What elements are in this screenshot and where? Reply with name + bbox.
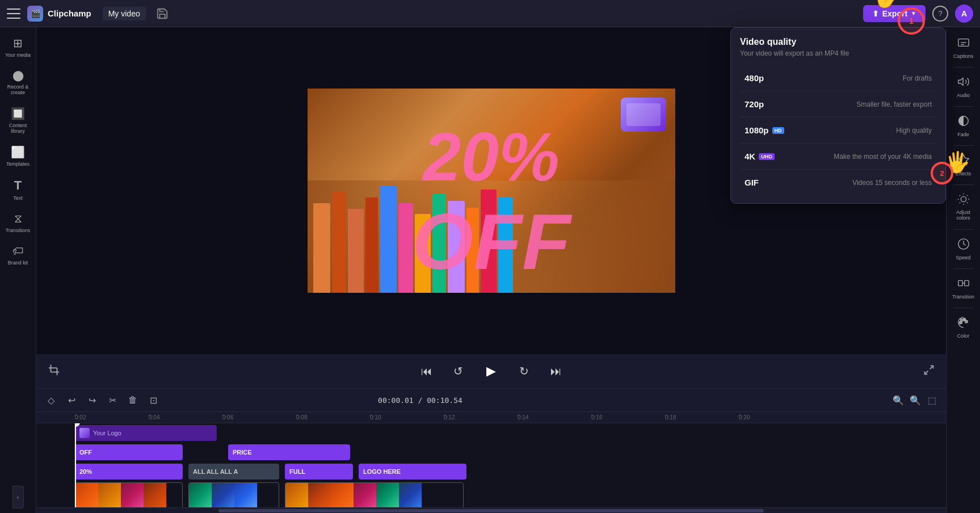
hamburger-menu-icon[interactable]	[7, 7, 20, 20]
effects-label: Effects	[956, 171, 971, 176]
ruler-marks: 0:02 0:04 0:06 0:08 0:10 0:12 0:14 0:16 …	[75, 414, 813, 421]
clip-full[interactable]: FULL	[285, 464, 353, 480]
export-button[interactable]: ⬆ Export ▼	[863, 5, 926, 22]
svg-line-17	[966, 195, 967, 196]
your-media-icon: ⊞	[13, 36, 23, 50]
clip-price[interactable]: PRICE	[228, 444, 350, 460]
scrollbar-thumb[interactable]	[218, 509, 764, 512]
sidebar-item-record-create[interactable]: ⬤ Record &create	[2, 65, 34, 100]
video-clip-2[interactable]	[188, 482, 279, 507]
ruler-mark: 0:16	[591, 414, 665, 421]
svg-point-23	[965, 320, 968, 323]
svg-line-13	[966, 203, 967, 203]
crop-button[interactable]	[48, 364, 60, 379]
sidebar-item-captions[interactable]: Captions	[949, 32, 978, 64]
sidebar-item-color[interactable]: Color	[949, 312, 978, 343]
video-track	[75, 481, 946, 507]
zoom-in-button[interactable]: 🔍	[909, 393, 922, 407]
thumb	[98, 483, 121, 507]
audio-icon	[957, 75, 970, 91]
quality-divider	[740, 91, 936, 91]
app-logo: 🎬 Clipchamp	[27, 6, 91, 22]
preview-logo-box	[621, 98, 666, 132]
avatar[interactable]: A	[955, 5, 973, 23]
fullscreen-button[interactable]	[923, 364, 935, 379]
quality-option-4k[interactable]: 4K UHD Make the most of your 4K media 🖐 …	[740, 145, 936, 168]
timeline-toolbar: ◇ ↩ ↪ ✂ 🗑 ⊡ 00:00.01 / 00:10.54 🔍 🔍 ⬚	[36, 389, 946, 412]
audio-label: Audio	[957, 92, 970, 98]
video-title-input[interactable]: My video	[103, 7, 146, 20]
fit-timeline-button[interactable]: ⬚	[926, 393, 939, 407]
quality-divider-4	[740, 169, 936, 170]
zoom-out-button[interactable]: 🔍	[891, 393, 905, 407]
left-sidebar: ⊞ Your media ⬤ Record &create 🔲 Contentl…	[0, 27, 36, 513]
sidebar-item-content-library[interactable]: 🔲 Contentlibrary	[2, 102, 34, 138]
sidebar-item-templates[interactable]: ⬜ Templates	[2, 141, 34, 171]
hd-badge: HD	[772, 127, 784, 134]
export-icon: ⬆	[872, 9, 879, 18]
fade-label: Fade	[957, 132, 969, 137]
content-library-icon: 🔲	[11, 107, 25, 120]
text-track-2: 20% ALL ALL ALL A FULL LOGO HERE	[75, 462, 946, 481]
timeline-scrollbar[interactable]	[36, 507, 946, 513]
sidebar-item-your-media[interactable]: ⊞ Your media	[2, 32, 34, 62]
playhead[interactable]	[75, 423, 76, 507]
quality-option-1080p[interactable]: 1080p HD High quality	[740, 119, 936, 142]
video-clip-3[interactable]	[285, 482, 464, 507]
undo-button[interactable]: ↩	[64, 392, 79, 408]
svg-line-1	[930, 365, 933, 369]
rewind-button[interactable]: ↺	[448, 361, 469, 381]
clip-logo-here[interactable]: LOGO HERE	[359, 464, 466, 480]
sidebar-item-adjust-colors[interactable]: Adjustcolors	[949, 188, 978, 226]
sidebar-item-fade[interactable]: Fade	[949, 110, 978, 142]
text-track-1: OFF PRICE	[75, 443, 946, 462]
thumb	[234, 483, 257, 507]
help-button[interactable]: ?	[932, 6, 948, 22]
ruler-mark: 0:14	[518, 414, 591, 421]
redo-button[interactable]: ↪	[84, 392, 100, 408]
clip-20pct[interactable]: 20%	[75, 464, 183, 480]
svg-rect-20	[964, 280, 968, 285]
clip-all[interactable]: ALL ALL ALL A	[188, 464, 279, 480]
logo-clip[interactable]: Your Logo	[75, 425, 217, 441]
add-media-button[interactable]: ⊡	[145, 392, 161, 408]
svg-line-16	[959, 203, 960, 203]
svg-point-24	[960, 318, 963, 321]
split-button[interactable]: ✂	[104, 392, 120, 408]
sidebar-item-brand-kit[interactable]: 🏷 Brand kit	[2, 240, 34, 270]
thumb	[75, 483, 98, 507]
sidebar-item-label: Brand kit	[8, 260, 28, 266]
sidebar-item-speed[interactable]: Speed	[949, 233, 978, 265]
svg-rect-19	[958, 280, 962, 285]
sidebar-item-audio[interactable]: Audio	[949, 71, 978, 103]
sidebar-item-transition[interactable]: Transition	[949, 272, 978, 304]
thumb	[308, 483, 331, 507]
sidebar-item-text[interactable]: T Text	[2, 174, 34, 205]
quality-option-720p[interactable]: 720p Smaller file, faster export	[740, 92, 936, 116]
skip-to-start-button[interactable]: ⏮	[417, 361, 437, 381]
ruler-mark: 0:04	[149, 414, 222, 421]
play-button[interactable]: ▶	[480, 360, 503, 382]
timeline-tracks: Your Logo OFF PRICE 20% ALL ALL ALL A FU…	[36, 423, 946, 507]
quality-option-480p[interactable]: 480p For drafts	[740, 66, 936, 90]
right-sidebar: Captions Audio Fade	[946, 27, 980, 513]
sidebar-collapse-button[interactable]: ‹	[12, 486, 24, 508]
color-label: Color	[957, 333, 970, 339]
selection-tool-button[interactable]: ◇	[43, 392, 59, 408]
save-icon[interactable]	[156, 7, 169, 20]
sidebar-item-label: Contentlibrary	[9, 123, 27, 134]
skip-to-end-button[interactable]: ⏭	[546, 361, 566, 381]
quality-divider-2	[740, 117, 936, 117]
video-clip-1[interactable]	[75, 482, 183, 507]
forward-button[interactable]: ↻	[514, 361, 535, 381]
quality-divider-3	[740, 143, 936, 144]
dropdown-subtitle: Your video will export as an MP4 file	[740, 49, 936, 57]
sidebar-item-label: Record &create	[7, 84, 29, 95]
templates-icon: ⬜	[11, 145, 25, 159]
quality-option-gif[interactable]: GIF Videos 15 seconds or less	[740, 171, 936, 194]
delete-button[interactable]: 🗑	[125, 392, 141, 408]
sidebar-item-effects[interactable]: Effects	[949, 149, 978, 181]
brand-kit-icon: 🏷	[12, 245, 24, 258]
sidebar-item-transitions[interactable]: ⧖ Transitions	[2, 208, 34, 238]
clip-off[interactable]: OFF	[75, 444, 183, 460]
